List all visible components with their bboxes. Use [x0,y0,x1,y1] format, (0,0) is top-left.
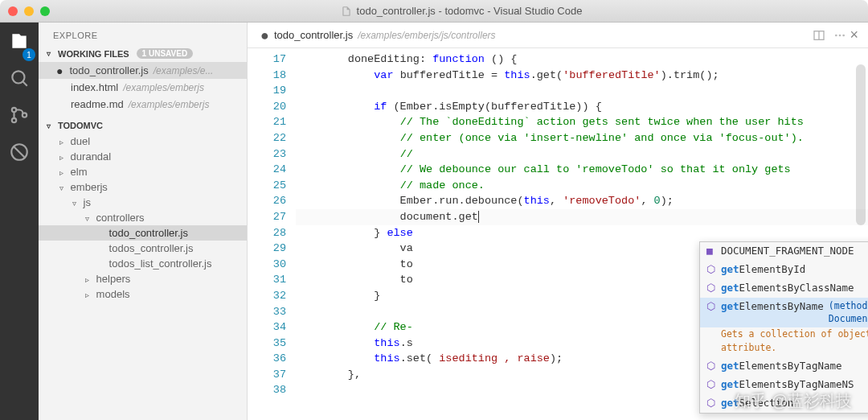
minimize-window-icon[interactable] [24,6,34,16]
suggest-kind-icon: ⬡ [706,262,716,278]
file-path: /examples/e... [154,65,214,76]
code-line[interactable]: doneEditing: function () { [296,51,868,68]
suggest-item[interactable]: ⬡getElementsByClassName [700,279,868,298]
code-line[interactable]: // We debounce our call to 'removeTodo' … [296,162,868,178]
line-number[interactable]: 37 [248,367,286,383]
line-number[interactable]: 30 [248,257,286,273]
sidebar-title: EXPLORE [39,23,247,45]
line-number[interactable]: 25 [248,178,286,194]
editor-tab[interactable]: ● todo_controller.js /examples/emberjs/j… [254,29,502,41]
file-path: /examples/emberjs [129,99,210,110]
code-editor[interactable]: 1718192021222324252627282930313233343536… [248,48,868,420]
line-number[interactable]: 17 [248,51,286,68]
tree-item[interactable]: ▹ elm [39,164,247,179]
tree-item[interactable]: todo_controller.js [39,225,247,241]
svg-point-7 [839,34,841,36]
maximize-window-icon[interactable] [40,6,50,16]
suggest-kind-icon: ■ [706,244,716,259]
line-number[interactable]: 18 [248,68,286,84]
intellisense-popup[interactable]: ■DOCUMENT_FRAGMENT_NODE⬡getElementById⬡g… [699,241,868,414]
tree-item[interactable]: ▿ emberjs [39,179,247,195]
line-number[interactable]: 28 [248,225,286,241]
code-line[interactable] [296,83,868,99]
svg-point-1 [12,108,16,112]
editor-scrollbar[interactable] [856,64,866,225]
working-files-label: WORKING FILES [58,49,129,59]
editor-tabbar: ● todo_controller.js /examples/emberjs/j… [248,23,868,48]
tab-filename: todo_controller.js [274,29,353,41]
tree-item[interactable]: ▹ duel [39,134,247,149]
suggest-item[interactable]: ⬡getElementsByTagName [700,357,868,376]
tree-item[interactable]: ▹ helpers [39,271,247,286]
code-line[interactable]: // [296,146,868,163]
chevron-icon: ▿ [72,199,80,208]
line-number[interactable]: 24 [248,162,286,178]
line-number[interactable]: 38 [248,382,286,398]
suggest-item[interactable]: ⬡getElementsByName (method) Document.get… [700,298,868,327]
code-line[interactable]: Ember.run.debounce(this, 'removeTodo', 0… [296,193,868,209]
activity-bar: 1 [0,23,39,420]
line-number[interactable]: 19 [248,83,286,99]
split-editor-icon[interactable] [813,29,825,42]
line-number[interactable]: 32 [248,288,286,304]
file-name: readme.md [71,98,124,110]
suggest-item[interactable]: ⬡getElementById [700,261,868,279]
tree-item[interactable]: todos_controller.js [39,241,247,256]
suggest-kind-icon: ⬡ [706,377,716,393]
code-line[interactable]: if (Ember.isEmpty(bufferedTitle)) { [296,99,868,115]
file-name: index.html [71,81,118,93]
working-files-header[interactable]: ▿ WORKING FILES 1 UNSAVED [39,45,247,62]
line-number[interactable]: 34 [248,319,286,336]
project-header[interactable]: ▿ TODOMVC [39,117,247,134]
explorer-sidebar: EXPLORE ▿ WORKING FILES 1 UNSAVED ●todo_… [39,23,248,420]
debug-icon[interactable] [9,142,30,163]
code-line[interactable]: // The `doneEditing` action gets sent tw… [296,114,868,130]
unsaved-badge: 1 UNSAVED [137,48,194,59]
close-icon[interactable]: × [846,27,862,43]
code-line[interactable]: var bufferedTitle = this.get('bufferedTi… [296,68,868,84]
code-line[interactable]: } else [296,225,868,241]
code-line[interactable]: // enter (once via 'insert-newline' and … [296,130,868,146]
line-number[interactable]: 20 [248,99,286,115]
suggest-item[interactable]: ⬡getElementsByTagNameNS [700,376,868,394]
search-icon[interactable] [9,68,30,89]
tree-item[interactable]: ▹ durandal [39,149,247,164]
line-gutter: 1718192021222324252627282930313233343536… [248,48,296,420]
working-file-item[interactable]: index.html /examples/emberjs [39,79,247,96]
line-number[interactable]: 22 [248,130,286,146]
suggest-item[interactable]: ■DOCUMENT_FRAGMENT_NODE [700,242,868,261]
suggest-item[interactable]: ⬡getSelection [700,394,868,413]
more-icon[interactable] [833,29,846,42]
tree-item[interactable]: ▿ controllers [39,210,247,225]
line-number[interactable]: 26 [248,193,286,209]
working-file-item[interactable]: ●todo_controller.js /examples/e... [39,62,247,79]
suggest-kind-icon: ⬡ [706,359,716,374]
file-name: todo_controller.js [69,64,148,76]
tree-item[interactable]: todos_list_controller.js [39,256,247,271]
suggest-kind-icon: ⬡ [706,281,716,296]
chevron-icon: ▹ [59,168,68,177]
chevron-icon: ▹ [59,153,68,162]
line-number[interactable]: 29 [248,241,286,257]
close-window-icon[interactable] [8,6,18,16]
window-controls [8,6,50,16]
line-number[interactable]: 23 [248,146,286,163]
line-number[interactable]: 27 [248,209,286,225]
svg-point-2 [12,118,16,122]
line-number[interactable]: 33 [248,304,286,320]
line-number[interactable]: 35 [248,336,286,352]
svg-point-6 [835,34,837,36]
chevron-icon: ▹ [85,290,93,299]
working-file-item[interactable]: readme.md /examples/emberjs [39,96,247,113]
line-number[interactable]: 21 [248,114,286,130]
code-line[interactable]: // made once. [296,178,868,194]
editor-pane: ● todo_controller.js /examples/emberjs/j… [248,23,868,420]
line-number[interactable]: 36 [248,351,286,367]
suggest-kind-icon: ⬡ [706,299,716,315]
line-number[interactable]: 31 [248,272,286,288]
tree-item[interactable]: ▿ js [39,195,247,210]
git-icon[interactable] [9,105,30,126]
svg-point-8 [843,34,845,36]
code-line[interactable]: document.get [296,209,868,225]
tree-item[interactable]: ▹ models [39,286,247,302]
